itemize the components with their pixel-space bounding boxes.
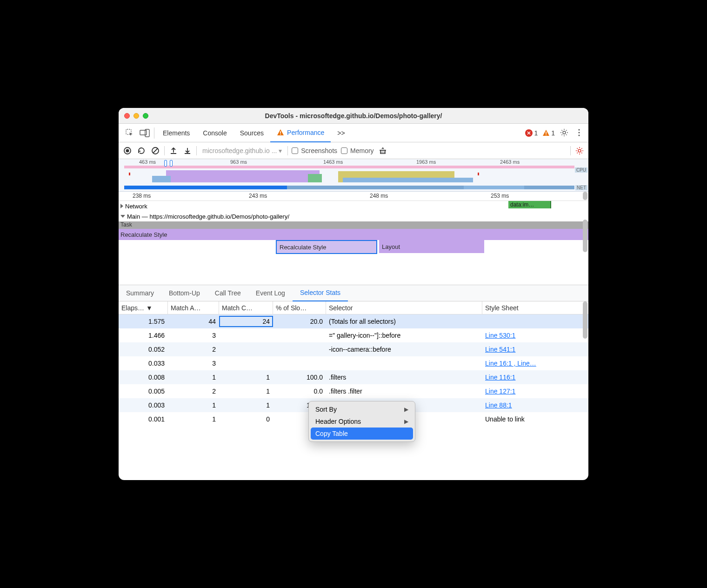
record-icon[interactable]: [122, 146, 133, 156]
tab-call-tree[interactable]: Call Tree: [207, 285, 248, 301]
flame-chart[interactable]: Network data:im… Main — https://microsof…: [119, 201, 588, 285]
tab-summary[interactable]: Summary: [119, 285, 161, 301]
kebab-menu-icon[interactable]: [574, 128, 585, 138]
selector-stats-table: Elaps… ▼ Match A… Match C… % of Slo… Sel…: [119, 301, 588, 480]
table-row[interactable]: 1.575442420.0(Totals for all selectors): [119, 314, 588, 328]
th-elapsed[interactable]: Elaps… ▼: [119, 301, 168, 314]
layout-bar[interactable]: Layout: [379, 240, 484, 253]
scrollbar-thumb[interactable]: [583, 301, 587, 339]
overview-tick: 463 ms: [139, 159, 156, 165]
svg-point-16: [578, 149, 581, 152]
tab-event-log[interactable]: Event Log: [248, 285, 293, 301]
menu-sort-by[interactable]: Sort By ▶: [309, 403, 415, 415]
svg-point-12: [126, 149, 129, 152]
reload-icon[interactable]: [136, 146, 147, 156]
details-tab-strip: Summary Bottom-Up Call Tree Event Log Se…: [119, 285, 588, 301]
more-tabs-button[interactable]: >>: [331, 124, 351, 142]
overview-handle-right[interactable]: [170, 160, 173, 167]
th-style-sheet[interactable]: Style Sheet: [482, 301, 567, 314]
tab-bottom-up[interactable]: Bottom-Up: [161, 285, 207, 301]
context-menu: Sort By ▶ Header Options ▶ Copy Table: [308, 401, 415, 442]
device-toolbar-icon[interactable]: [140, 128, 150, 138]
th-match-attempts[interactable]: Match A…: [168, 301, 219, 314]
table-row[interactable]: 1.4663=" gallery-icon--"]::beforeLine 53…: [119, 328, 588, 342]
svg-line-14: [153, 148, 158, 153]
chevron-right-icon: ▶: [404, 406, 408, 413]
menu-header-options[interactable]: Header Options ▶: [309, 415, 415, 428]
table-row[interactable]: 0.00811100.0.filtersLine 116:1: [119, 370, 588, 384]
window-title: DevTools - microsoftedge.github.io/Demos…: [124, 112, 583, 120]
svg-rect-3: [280, 131, 281, 134]
svg-rect-1: [140, 130, 147, 135]
th-match-count[interactable]: Match C…: [219, 301, 273, 314]
download-icon[interactable]: [182, 146, 193, 156]
performance-toolbar: microsoftedge.github.io ... ▾ Screenshot…: [119, 142, 588, 159]
recalculate-style-bar[interactable]: Recalculate Style: [119, 229, 588, 240]
svg-point-10: [578, 134, 580, 136]
task-bar[interactable]: Task: [119, 221, 588, 229]
flame-chart-ruler: 238 ms 243 ms 248 ms 253 ms: [119, 192, 588, 201]
stylesheet-link[interactable]: Line 16:1 , Line…: [485, 360, 536, 367]
clear-icon[interactable]: [150, 146, 160, 156]
warning-icon: [542, 129, 550, 137]
devtools-window: DevTools - microsoftedge.github.io/Demos…: [119, 108, 588, 480]
warning-count[interactable]: 1: [542, 129, 555, 137]
network-request-chip[interactable]: data:im…: [508, 201, 551, 208]
scrollbar-thumb[interactable]: [583, 192, 587, 200]
overview-handle-left[interactable]: [164, 160, 167, 167]
table-row[interactable]: 0.0522-icon--camera::beforeLine 541:1: [119, 342, 588, 356]
sort-desc-icon: ▼: [146, 304, 153, 312]
overview-tick: 2463 ms: [500, 159, 520, 165]
stylesheet-link[interactable]: Line 541:1: [485, 346, 515, 353]
main-track-header[interactable]: Main — https://microsoftedge.github.io/D…: [119, 211, 588, 221]
network-track-header[interactable]: Network data:im…: [119, 201, 588, 211]
tab-sources[interactable]: Sources: [233, 124, 270, 142]
timeline-overview[interactable]: 463 ms 963 ms 1463 ms 1963 ms 2463 ms CP…: [119, 159, 588, 192]
scrollbar-thumb[interactable]: [583, 220, 587, 252]
svg-point-8: [578, 129, 580, 130]
overview-tick: 1963 ms: [416, 159, 436, 165]
menu-copy-table[interactable]: Copy Table: [311, 428, 413, 440]
stylesheet-link[interactable]: Line 88:1: [485, 401, 512, 409]
table-row[interactable]: 0.005210.0.filters .filterLine 127:1: [119, 384, 588, 398]
th-selector[interactable]: Selector: [326, 301, 482, 314]
tab-performance[interactable]: Performance: [270, 124, 331, 142]
capture-settings-icon[interactable]: [574, 146, 585, 156]
tab-elements[interactable]: Elements: [156, 124, 196, 142]
error-count[interactable]: 1: [525, 129, 538, 137]
stylesheet-link[interactable]: Line 530:1: [485, 332, 515, 339]
svg-rect-6: [546, 134, 547, 135]
net-label: NET: [575, 185, 587, 190]
upload-icon[interactable]: [168, 146, 179, 156]
overview-tick: 1463 ms: [323, 159, 343, 165]
screenshots-checkbox[interactable]: Screenshots: [292, 147, 337, 154]
svg-point-9: [578, 132, 580, 133]
warning-icon: [277, 129, 284, 136]
error-icon: [525, 129, 533, 137]
titlebar: DevTools - microsoftedge.github.io/Demos…: [119, 108, 588, 124]
table-header-row: Elaps… ▼ Match A… Match C… % of Slo… Sel…: [119, 301, 588, 314]
svg-point-7: [563, 131, 566, 134]
settings-icon[interactable]: [560, 128, 570, 138]
svg-rect-5: [546, 132, 547, 134]
main-tab-strip: Elements Console Sources Performance >> …: [119, 124, 588, 142]
collapse-icon: [120, 215, 125, 218]
expand-icon: [120, 204, 123, 208]
stylesheet-link[interactable]: Line 127:1: [485, 388, 515, 395]
garbage-collect-icon[interactable]: [378, 146, 388, 156]
recording-selector[interactable]: microsoftedge.github.io ... ▾: [200, 146, 284, 155]
memory-checkbox[interactable]: Memory: [341, 147, 374, 154]
th-pct-slow[interactable]: % of Slo…: [273, 301, 326, 314]
svg-rect-4: [280, 134, 281, 135]
inspect-element-icon[interactable]: [125, 128, 135, 138]
chevron-right-icon: ▶: [404, 418, 408, 425]
net-chart: [124, 186, 574, 189]
cpu-label: CPU: [575, 167, 587, 173]
tab-selector-stats[interactable]: Selector Stats: [293, 285, 348, 301]
table-row[interactable]: 0.0333Line 16:1 , Line…: [119, 356, 588, 370]
stylesheet-link[interactable]: Line 116:1: [485, 374, 515, 381]
recalculate-style-selected[interactable]: Recalculate Style: [276, 240, 377, 254]
overview-tick: 963 ms: [230, 159, 247, 165]
cpu-chart: [124, 166, 574, 182]
tab-console[interactable]: Console: [196, 124, 233, 142]
